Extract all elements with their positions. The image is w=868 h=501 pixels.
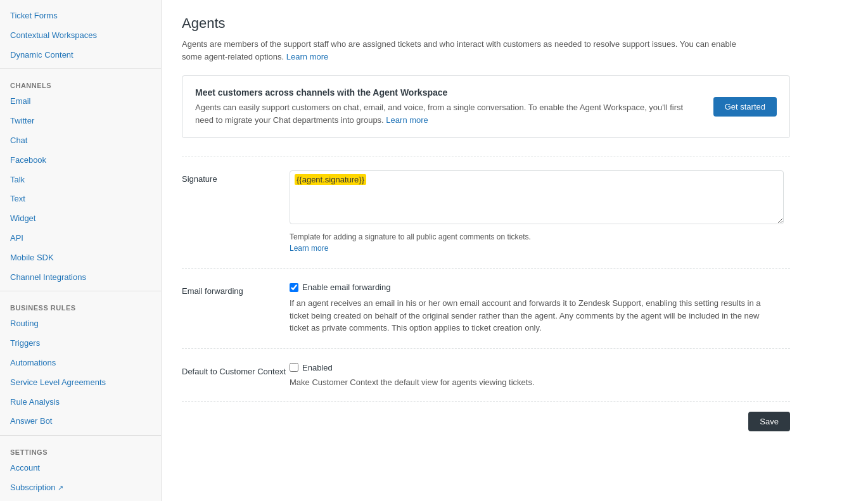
sidebar-item-account[interactable]: Account bbox=[0, 459, 161, 478]
settings-section-label: SETTINGS bbox=[0, 440, 161, 459]
page-title: Agents bbox=[182, 15, 848, 32]
banner-title: Meet customers across channels with the … bbox=[195, 87, 689, 98]
email-forwarding-checkbox-row: Enable email forwarding bbox=[290, 282, 790, 292]
sidebar: Ticket Forms Contextual Workspaces Dynam… bbox=[0, 0, 162, 501]
sidebar-item-sla[interactable]: Service Level Agreements bbox=[0, 373, 161, 393]
sidebar-item-email[interactable]: Email bbox=[0, 92, 161, 111]
email-forwarding-content: Enable email forwarding If an agent rece… bbox=[290, 282, 790, 334]
sidebar-item-subscription[interactable]: Subscription bbox=[0, 478, 161, 498]
sidebar-item-api[interactable]: API bbox=[0, 229, 161, 248]
email-forwarding-description: If an agent receives an email in his or … bbox=[290, 297, 771, 334]
save-button[interactable]: Save bbox=[748, 412, 790, 431]
sidebar-item-dynamic-content[interactable]: Dynamic Content bbox=[0, 46, 161, 65]
banner-learn-more-link[interactable]: Learn more bbox=[386, 115, 428, 125]
banner-text: Meet customers across channels with the … bbox=[195, 87, 689, 126]
description-learn-more-link[interactable]: Learn more bbox=[286, 52, 328, 61]
customer-context-checkbox[interactable] bbox=[290, 363, 298, 372]
sidebar-item-mobile-sdk[interactable]: Mobile SDK bbox=[0, 248, 161, 268]
sidebar-item-answer-bot[interactable]: Answer Bot bbox=[0, 412, 161, 431]
sidebar-item-widget[interactable]: Widget bbox=[0, 209, 161, 229]
email-forwarding-label: Email forwarding bbox=[182, 282, 290, 296]
main-content: Agents Agents are members of the support… bbox=[162, 0, 868, 501]
sidebar-item-twitter[interactable]: Twitter bbox=[0, 111, 161, 131]
sidebar-item-chat[interactable]: Chat bbox=[0, 131, 161, 151]
sidebar-top-items: Ticket Forms Contextual Workspaces Dynam… bbox=[0, 6, 161, 65]
signature-textarea[interactable] bbox=[290, 170, 784, 224]
agent-workspace-banner: Meet customers across channels with the … bbox=[182, 75, 790, 138]
customer-context-checkbox-row: Enabled bbox=[290, 363, 790, 372]
signature-content: {{agent.signature}} Template for adding … bbox=[290, 170, 790, 254]
sidebar-item-contextual-workspaces[interactable]: Contextual Workspaces bbox=[0, 26, 161, 46]
sidebar-item-routing[interactable]: Routing bbox=[0, 314, 161, 334]
sidebar-item-ticket-forms[interactable]: Ticket Forms bbox=[0, 6, 161, 26]
sidebar-item-text[interactable]: Text bbox=[0, 189, 161, 209]
sidebar-item-facebook[interactable]: Facebook bbox=[0, 151, 161, 170]
signature-learn-more-link[interactable]: Learn more bbox=[290, 244, 328, 253]
customer-context-label: Default to Customer Context bbox=[182, 363, 290, 376]
customer-context-section: Default to Customer Context Enabled Make… bbox=[182, 348, 790, 401]
divider-channels bbox=[0, 68, 161, 69]
sidebar-item-triggers[interactable]: Triggers bbox=[0, 334, 161, 353]
sidebar-item-rule-analysis[interactable]: Rule Analysis bbox=[0, 393, 161, 412]
sidebar-item-talk[interactable]: Talk bbox=[0, 170, 161, 190]
sidebar-item-security[interactable]: Security bbox=[0, 498, 161, 501]
save-row: Save bbox=[182, 401, 790, 441]
sidebar-item-automations[interactable]: Automations bbox=[0, 353, 161, 373]
email-forwarding-section: Email forwarding Enable email forwarding… bbox=[182, 268, 790, 348]
customer-context-description: Make Customer Context the default view f… bbox=[290, 377, 790, 387]
channels-section-label: CHANNELS bbox=[0, 73, 161, 92]
email-forwarding-checkbox-label: Enable email forwarding bbox=[302, 282, 390, 292]
divider-settings bbox=[0, 435, 161, 436]
business-rules-section-label: BUSINESS RULES bbox=[0, 295, 161, 314]
customer-context-content: Enabled Make Customer Context the defaul… bbox=[290, 363, 790, 387]
signature-section: Signature {{agent.signature}} Template f… bbox=[182, 156, 790, 268]
customer-context-checkbox-label: Enabled bbox=[302, 363, 333, 372]
get-started-button[interactable]: Get started bbox=[713, 97, 777, 117]
signature-hint: Template for adding a signature to all p… bbox=[290, 231, 790, 254]
signature-textarea-wrapper: {{agent.signature}} bbox=[290, 170, 784, 226]
email-forwarding-checkbox[interactable] bbox=[290, 283, 298, 292]
divider-business-rules bbox=[0, 291, 161, 291]
banner-body: Agents can easily support customers on c… bbox=[195, 101, 689, 126]
sidebar-item-channel-integrations[interactable]: Channel Integrations bbox=[0, 268, 161, 288]
signature-label: Signature bbox=[182, 170, 290, 184]
page-description: Agents are members of the support staff … bbox=[182, 38, 752, 63]
